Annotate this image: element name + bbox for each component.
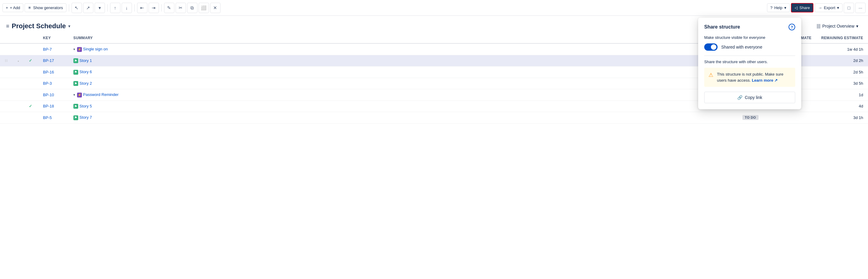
row-key[interactable]: BP-3 xyxy=(38,78,68,89)
row-key[interactable]: BP-7 xyxy=(38,44,68,55)
drag-handle[interactable]: ⁞⁞ xyxy=(0,55,13,66)
divider-4 xyxy=(161,4,162,11)
export-label: Export xyxy=(824,5,835,10)
help-icon: ? xyxy=(770,5,772,10)
row-key[interactable]: BP-18 xyxy=(38,101,68,112)
row-summary[interactable]: ▾⚡Single sign on xyxy=(68,44,738,55)
col-summary-header: Summary xyxy=(68,33,738,44)
summary-link[interactable]: Story 7 xyxy=(80,115,92,120)
delete-button[interactable]: ✕ xyxy=(210,3,220,13)
row-summary[interactable]: ⚑Story 7 xyxy=(68,112,738,123)
copy-link-button[interactable]: 🔗 Copy link xyxy=(704,92,795,103)
copy-button[interactable]: ⧉ xyxy=(187,3,197,13)
visible-label: Make structure visible for everyone xyxy=(704,35,795,40)
page-title-chevron-icon[interactable]: ▾ xyxy=(68,24,70,29)
row-remaining: 3d 5h xyxy=(816,78,868,89)
row-key[interactable]: BP-5 xyxy=(38,112,68,123)
drag-handle[interactable] xyxy=(0,112,13,123)
export-chevron-icon: ▾ xyxy=(837,5,839,10)
row-summary[interactable]: ⚑Story 1 xyxy=(68,55,738,66)
expand-row-icon[interactable]: ▾ xyxy=(73,47,75,51)
key-link[interactable]: BP-5 xyxy=(43,115,52,120)
divider-3 xyxy=(134,4,135,11)
popup-help-icon[interactable]: ? xyxy=(788,24,795,30)
epic-icon: ⚡ xyxy=(77,47,82,52)
dot-icon: ● xyxy=(18,60,19,62)
help-label: Help xyxy=(774,5,782,10)
checkmark-icon: ✓ xyxy=(29,58,32,63)
help-button[interactable]: ? Help ▾ xyxy=(767,3,790,12)
row-estimate xyxy=(777,112,816,123)
summary-link[interactable]: Story 1 xyxy=(80,58,92,63)
row-summary[interactable]: ⚑Story 6 xyxy=(68,66,738,78)
key-link[interactable]: BP-7 xyxy=(43,47,52,52)
row-check xyxy=(24,44,38,55)
arrow-upleft-button[interactable]: ↖ xyxy=(71,3,82,13)
close-icon: ✕ xyxy=(213,5,217,10)
col-drag xyxy=(0,33,13,44)
shared-toggle[interactable] xyxy=(704,44,718,51)
summary-link[interactable]: Story 5 xyxy=(80,104,92,108)
project-overview-label: Project Overview xyxy=(822,24,854,29)
scissors-button[interactable]: ✂ xyxy=(176,3,186,13)
drag-handle[interactable] xyxy=(0,89,13,101)
drag-handle[interactable] xyxy=(0,44,13,55)
toggle-row: Shared with everyone xyxy=(704,44,795,51)
paste-icon: ⬜ xyxy=(201,5,207,10)
summary-link[interactable]: Single sign on xyxy=(83,47,108,51)
add-label: + Add xyxy=(10,5,20,10)
drag-handle[interactable] xyxy=(0,101,13,112)
export-button[interactable]: → Export ▾ xyxy=(815,3,842,12)
popup-title: Share structure xyxy=(704,24,740,30)
row-check xyxy=(24,89,38,101)
drag-handle[interactable] xyxy=(0,78,13,89)
key-link[interactable]: BP-16 xyxy=(43,70,54,74)
story-icon: ⚑ xyxy=(73,81,78,86)
share-icon: ◁ xyxy=(795,5,798,10)
row-summary[interactable]: ⚑Story 2 xyxy=(68,78,738,89)
unindent-button[interactable]: ⇤ xyxy=(137,3,147,13)
key-link[interactable]: BP-18 xyxy=(43,104,54,108)
pencil-button[interactable]: ✎ xyxy=(164,3,175,13)
epic-icon: ⚡ xyxy=(77,92,82,97)
row-dot xyxy=(13,78,24,89)
expand-row-icon[interactable]: ▾ xyxy=(73,93,75,96)
indent-button[interactable]: ⇥ xyxy=(149,3,159,13)
show-generators-button[interactable]: ✳ Show generators xyxy=(25,3,66,12)
add-button[interactable]: + + Add xyxy=(2,3,23,12)
help-chevron-icon: ▾ xyxy=(784,5,786,10)
arrow-upright-icon: ↗ xyxy=(86,5,90,10)
export-icon: → xyxy=(818,5,822,10)
summary-link[interactable]: Password Reminder xyxy=(83,92,119,97)
row-key[interactable]: BP-17 xyxy=(38,55,68,66)
row-check: ✓ xyxy=(24,101,38,112)
key-link[interactable]: BP-17 xyxy=(43,58,54,63)
warning-icon: ⚠ xyxy=(709,72,713,78)
summary-link[interactable]: Story 2 xyxy=(80,81,92,86)
add-icon: + xyxy=(6,5,8,10)
learn-more-link[interactable]: Learn more ↗ xyxy=(752,78,778,83)
key-link[interactable]: BP-3 xyxy=(43,81,52,86)
chevron-down-button[interactable]: ▾ xyxy=(95,3,105,13)
move-down-button[interactable]: ↓ xyxy=(122,3,132,13)
expand-button[interactable]: □ xyxy=(844,3,854,13)
row-key[interactable]: BP-16 xyxy=(38,66,68,78)
pencil-icon: ✎ xyxy=(167,5,171,10)
divider-1 xyxy=(69,4,69,11)
move-up-button[interactable]: ↑ xyxy=(110,3,120,13)
drag-dots-icon: ⁞⁞ xyxy=(5,59,8,63)
summary-link[interactable]: Story 6 xyxy=(80,69,92,74)
row-summary[interactable]: ▾⚡Password Reminder xyxy=(68,89,738,101)
share-button[interactable]: ◁ Share xyxy=(791,3,814,12)
drag-handle[interactable] xyxy=(0,66,13,78)
key-link[interactable]: BP-10 xyxy=(43,92,54,97)
row-check xyxy=(24,112,38,123)
row-remaining: 4d xyxy=(816,101,868,112)
row-key[interactable]: BP-10 xyxy=(38,89,68,101)
paste-button[interactable]: ⬜ xyxy=(199,3,209,13)
arrow-upright-button[interactable]: ↗ xyxy=(83,3,93,13)
row-summary[interactable]: ⚑Story 5 xyxy=(68,101,738,112)
project-overview-button[interactable]: ||| Project Overview ▾ xyxy=(813,22,862,31)
more-button[interactable]: ··· xyxy=(855,3,866,13)
copy-icon: ⧉ xyxy=(190,5,194,10)
